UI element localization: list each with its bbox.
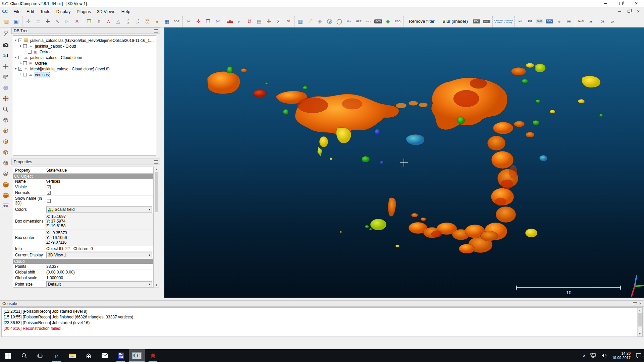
trace-polyline-icon[interactable]: ∿ <box>53 17 62 26</box>
expander-icon[interactable]: ▼ <box>18 45 22 48</box>
normals-colors-icon[interactable]: N+C <box>577 17 586 26</box>
screenshot-button[interactable] <box>1 40 10 50</box>
tree-item-mesh[interactable]: ▼ ✓ ✶ Mesh[jaskinia_calosc - Cloud.clone… <box>14 66 155 71</box>
taskbar-clock[interactable]: 14:2619.09.2017 <box>609 349 633 362</box>
scroll-thumb[interactable] <box>638 313 642 326</box>
taskbar-red-app-button[interactable] <box>145 349 161 362</box>
tree-item-vertices[interactable]: └ ☁ vertices <box>18 72 155 77</box>
tray-chevron-button[interactable]: ∧ <box>580 349 588 362</box>
clipping-box-icon[interactable]: ❒ <box>204 17 213 26</box>
menu-3d-views[interactable]: 3D Views <box>94 8 118 15</box>
normals-checkbox[interactable]: ✓ <box>47 191 51 195</box>
open-icon[interactable]: ▨ <box>2 17 11 26</box>
sphere-plugin-icon[interactable]: ● <box>555 17 564 26</box>
current-display-combo[interactable]: 3D View 1 ▾ <box>46 252 152 258</box>
poisson-plugin-icon[interactable]: ◆ <box>383 17 392 26</box>
scroll-down-icon[interactable]: ▼ <box>639 331 641 336</box>
m3c2-plugin-icon[interactable]: M3C2 <box>364 17 373 26</box>
tree-checkbox[interactable]: ✓ <box>18 39 22 42</box>
gaussian-fit-icon[interactable]: μσ <box>235 17 244 26</box>
scroll-up-icon[interactable]: ▲ <box>155 167 158 172</box>
panel-splitter[interactable] <box>160 27 164 298</box>
csf-plugin-icon[interactable]: S <box>598 17 607 26</box>
view-front-iso-button[interactable]: FRONT <box>1 180 10 189</box>
ssao-shader-icon[interactable]: SSAO <box>482 17 491 26</box>
shield-plugin-icon[interactable]: ◈ <box>315 17 324 26</box>
view-back-button[interactable] <box>1 147 10 157</box>
taskbar-mail-button[interactable] <box>97 349 113 362</box>
mdi-restore-button[interactable] <box>625 8 633 14</box>
fm-plugin-icon[interactable]: FM <box>526 17 535 26</box>
animation-plugin-icon[interactable]: ▥ <box>296 17 305 26</box>
console-panel-header[interactable]: Console ✕ <box>0 300 644 307</box>
col-header-value[interactable]: State/Value <box>45 167 153 173</box>
edl-shader-icon[interactable]: EDL <box>472 17 481 26</box>
remove-filter-button[interactable]: Remove filter <box>406 17 438 25</box>
pan-mode-button[interactable] <box>1 94 10 103</box>
compute-normals-icon[interactable]: ⇑ <box>94 17 103 26</box>
zoom-loupe-button[interactable] <box>1 105 10 114</box>
tree-item-octree-1[interactable]: └ ▣ Octree <box>23 49 155 54</box>
mdi-minimize-button[interactable] <box>615 8 624 14</box>
canupo-create-icon[interactable]: CANUPO Create <box>494 17 503 26</box>
qsf-plugin-icon[interactable]: Ⓢ <box>325 17 334 26</box>
console-close-icon[interactable]: ✕ <box>639 302 642 305</box>
sf-arithmetic-icon[interactable]: Σ <box>274 17 283 26</box>
action-center-button[interactable] <box>633 349 644 362</box>
toolbar-overflow-1[interactable]: » <box>586 17 595 26</box>
segment-scissors-icon[interactable]: ✂ <box>184 17 193 26</box>
pick-rotation-icon[interactable]: ✛ <box>24 17 33 26</box>
expander-icon[interactable]: ▼ <box>14 39 18 42</box>
task-view-button[interactable] <box>32 349 48 362</box>
translate-rotate-icon[interactable]: ✛ <box>194 17 203 26</box>
filter-by-value-icon[interactable]: ⇵ <box>245 17 254 26</box>
view-bottom-button[interactable] <box>1 169 10 178</box>
taskbar-search-button[interactable] <box>16 349 32 362</box>
taskbar-explorer-button[interactable] <box>64 349 80 362</box>
visible-checkbox[interactable]: ✓ <box>47 185 51 189</box>
toolbar-overflow-2[interactable]: » <box>608 17 617 26</box>
csv-export-icon[interactable]: CSV <box>545 17 554 26</box>
properties-float-icon[interactable] <box>154 160 158 164</box>
view-right-button[interactable] <box>1 158 10 168</box>
delete-icon[interactable]: ✕ <box>72 17 82 26</box>
close-button[interactable]: ✕ <box>629 0 644 7</box>
hpr-plugin-icon[interactable]: HPR <box>354 17 363 26</box>
add-primitive-icon[interactable]: ✚ <box>43 17 52 26</box>
taskbar-saved-app-button[interactable] <box>113 349 129 362</box>
menu-file[interactable]: File <box>10 8 23 15</box>
scroll-up-icon[interactable]: ▲ <box>639 308 641 313</box>
properties-list-icon[interactable]: ≣ <box>34 17 43 26</box>
properties-panel-header[interactable]: Properties <box>11 159 160 165</box>
zoom-1-1-button[interactable]: 1:1 <box>1 51 10 60</box>
stereo-mode-button[interactable] <box>1 201 10 210</box>
tree-checkbox[interactable] <box>23 73 27 76</box>
mesh-delaunay-icon[interactable]: △ <box>114 17 123 26</box>
tree-checkbox[interactable] <box>23 61 27 65</box>
tree-item-cloud-clone[interactable]: ▼ ☁ jaskinia_calosc - Cloud.clone <box>14 55 155 60</box>
colors-combo[interactable]: SF Scalar field ▾ <box>46 206 152 213</box>
subsample-icon[interactable]: ∴ <box>104 17 113 26</box>
tree-item-cloud[interactable]: ▼ ☁ jaskinia_calosc - Cloud <box>18 44 155 49</box>
cross-section-icon[interactable]: ✄ <box>213 17 222 26</box>
sample-points-icon[interactable]: ⣪ <box>123 17 132 26</box>
menu-tools[interactable]: Tools <box>37 8 53 15</box>
tools-wrench-button[interactable] <box>1 29 10 39</box>
broom-plugin-icon[interactable]: ⟋ <box>306 17 315 26</box>
tree-checkbox[interactable]: ✓ <box>18 67 22 71</box>
view-top-button[interactable] <box>1 115 10 125</box>
view-left-button[interactable] <box>1 137 10 146</box>
minimize-button[interactable] <box>598 0 613 7</box>
normals-plugin-icon[interactable]: N→ <box>344 17 354 26</box>
ellipse-plugin-icon[interactable]: ◯ <box>335 17 344 26</box>
expander-icon[interactable]: ▼ <box>14 67 18 70</box>
save-icon[interactable]: ▣ <box>12 17 21 26</box>
kd-plugin-icon[interactable]: Kd <box>516 17 525 26</box>
align-cc-icon[interactable]: CC CC <box>143 17 152 26</box>
scroll-thumb[interactable] <box>155 172 158 212</box>
col-header-property[interactable]: Property <box>13 167 45 173</box>
show-sf-icon[interactable]: SF <box>284 17 293 26</box>
taskbar-cloudcompare-button[interactable]: ℂC <box>129 349 145 362</box>
network-icon[interactable] <box>588 349 599 362</box>
apply-transform-icon[interactable]: [← <box>63 17 72 26</box>
